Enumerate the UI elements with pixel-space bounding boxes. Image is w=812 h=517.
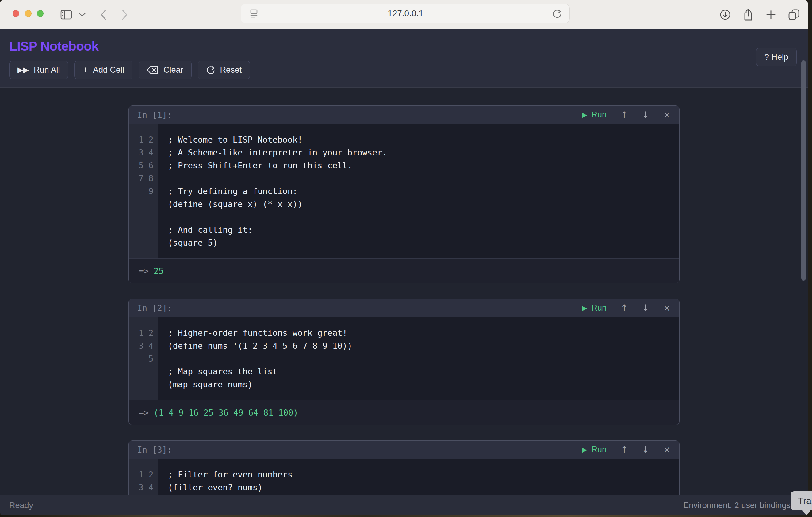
page-header: LISP Notebook ▶▶ Run All + Add Cell xyxy=(0,29,808,88)
clear-backspace-icon xyxy=(147,66,158,74)
move-cell-up-button[interactable]: ↑ xyxy=(621,303,628,313)
cell-label: In [1]: xyxy=(137,110,172,120)
new-tab-icon[interactable] xyxy=(764,0,778,29)
cell-output: => 25 xyxy=(129,258,679,283)
code-line: ; Higher-order functions work great! xyxy=(168,326,671,340)
toolbar-divider xyxy=(76,8,76,21)
add-cell-button[interactable]: + Add Cell xyxy=(74,61,133,79)
code-line: (filter even? nums) xyxy=(168,481,671,494)
code-line: ; Press Shift+Enter to run this cell. xyxy=(168,159,671,172)
tab-overview-icon[interactable] xyxy=(787,0,801,29)
play-icon: ▶ xyxy=(582,446,587,454)
run-label: Run xyxy=(591,445,607,455)
move-cell-down-button[interactable]: ↓ xyxy=(642,110,649,120)
code-line: (map square nums) xyxy=(168,378,671,391)
sidebar-toggle-icon[interactable] xyxy=(60,0,73,29)
code-line: ; And calling it: xyxy=(168,224,671,236)
cell-controls: ▶ Run ↑ ↓ × xyxy=(582,303,671,313)
cell-header: In [3]: ▶ Run ↑ ↓ × xyxy=(129,441,679,459)
help-label: ? Help xyxy=(764,52,788,62)
code-line: (define (square x) (* x x)) xyxy=(168,198,671,211)
clear-button[interactable]: Clear xyxy=(139,61,192,79)
cell-header: In [2]: ▶ Run ↑ ↓ × xyxy=(129,299,679,317)
code-editor[interactable]: ; Welcome to LISP Notebook!; A Scheme-li… xyxy=(158,124,679,258)
run-cell-button[interactable]: ▶ Run xyxy=(582,445,607,455)
add-cell-label: Add Cell xyxy=(93,65,124,75)
notebook-page: LISP Notebook ▶▶ Run All + Add Cell xyxy=(0,29,808,516)
status-ready: Ready xyxy=(9,501,33,510)
cell-label: In [2]: xyxy=(137,303,172,313)
line-numbers: 1 2 3 4 5 xyxy=(136,326,154,391)
chevron-down-icon[interactable] xyxy=(78,0,87,29)
cell-body: 1 2 3 4 5 6 7 8 9 ; Welcome to LISP Note… xyxy=(129,124,679,258)
notebook-toolbar: ▶▶ Run All + Add Cell xyxy=(9,61,799,79)
run-cell-button[interactable]: ▶ Run xyxy=(582,110,607,120)
forward-icon[interactable] xyxy=(118,0,130,29)
output-value: 25 xyxy=(154,266,164,276)
code-editor[interactable]: ; Higher-order functions work great!(def… xyxy=(158,317,679,400)
run-label: Run xyxy=(591,303,607,313)
close-window-button[interactable] xyxy=(12,10,19,17)
zoom-window-button[interactable] xyxy=(37,10,44,17)
code-line xyxy=(168,211,671,224)
run-label: Run xyxy=(591,110,607,120)
scrollbar-thumb[interactable] xyxy=(801,60,806,281)
move-cell-up-button[interactable]: ↑ xyxy=(621,444,628,455)
code-line: ; Try defining a function: xyxy=(168,185,671,198)
status-environment: Environment: 2 user bindings xyxy=(683,501,790,510)
reset-label: Reset xyxy=(220,65,242,75)
code-line: ; Filter for even numbers xyxy=(168,468,671,481)
clear-label: Clear xyxy=(164,65,183,75)
move-cell-down-button[interactable]: ↓ xyxy=(642,444,649,455)
dock-tooltip: Trash xyxy=(790,491,812,510)
code-line: ; Map squares the list xyxy=(168,365,671,378)
run-all-label: Run All xyxy=(34,65,60,75)
run-all-button[interactable]: ▶▶ Run All xyxy=(9,61,68,79)
reset-button[interactable]: Reset xyxy=(198,61,250,79)
line-numbers: 1 2 3 4 xyxy=(136,468,154,494)
cell-list: In [1]: ▶ Run ↑ ↓ × 1 2 3 4 5 6 7 8 9 ; … xyxy=(128,88,679,504)
cell-label: In [3]: xyxy=(137,445,172,455)
notebook-cell: In [3]: ▶ Run ↑ ↓ × 1 2 3 4 ; Filter for… xyxy=(128,440,679,504)
output-prefix: => xyxy=(139,408,149,417)
cell-body: 1 2 3 4 5 ; Higher-order functions work … xyxy=(129,317,679,400)
line-number-gutter: 1 2 3 4 5 6 7 8 9 xyxy=(129,124,158,258)
code-line xyxy=(168,172,671,185)
reload-icon[interactable] xyxy=(552,8,562,19)
move-cell-up-button[interactable]: ↑ xyxy=(621,110,628,120)
code-line: (define nums '(1 2 3 4 5 6 7 8 9 10)) xyxy=(168,340,671,352)
share-icon[interactable] xyxy=(742,0,755,29)
cell-controls: ▶ Run ↑ ↓ × xyxy=(582,110,671,120)
cell-output: => (1 4 9 16 25 36 49 64 81 100) xyxy=(129,400,679,425)
code-line xyxy=(168,352,671,365)
screen: 127.0.0.1 xyxy=(0,0,812,517)
cell-header: In [1]: ▶ Run ↑ ↓ × xyxy=(129,106,679,124)
back-icon[interactable] xyxy=(97,0,110,29)
delete-cell-button[interactable]: × xyxy=(663,303,670,313)
line-number-gutter: 1 2 3 4 5 xyxy=(129,317,158,400)
code-line: (square 5) xyxy=(168,236,671,249)
desktop-wallpaper-sliver xyxy=(0,515,812,517)
notebook-cell: In [1]: ▶ Run ↑ ↓ × 1 2 3 4 5 6 7 8 9 ; … xyxy=(128,106,679,283)
move-cell-down-button[interactable]: ↓ xyxy=(642,303,649,313)
play-icon: ▶ xyxy=(582,111,587,119)
browser-window: 127.0.0.1 xyxy=(0,0,808,516)
code-line: ; Welcome to LISP Notebook! xyxy=(168,134,671,146)
reset-icon xyxy=(206,65,215,75)
help-button[interactable]: ? Help xyxy=(756,48,797,66)
cell-controls: ▶ Run ↑ ↓ × xyxy=(582,444,671,455)
plus-icon: + xyxy=(83,65,88,75)
delete-cell-button[interactable]: × xyxy=(663,444,670,455)
run-cell-button[interactable]: ▶ Run xyxy=(582,303,607,313)
line-numbers: 1 2 3 4 5 6 7 8 9 xyxy=(136,134,154,249)
play-icon: ▶ xyxy=(582,304,587,312)
output-prefix: => xyxy=(139,266,149,276)
minimize-window-button[interactable] xyxy=(25,10,32,17)
code-line: ; A Scheme-like interpreter in your brow… xyxy=(168,146,671,159)
url-text[interactable]: 127.0.0.1 xyxy=(259,8,552,19)
address-bar[interactable]: 127.0.0.1 xyxy=(241,4,570,23)
delete-cell-button[interactable]: × xyxy=(663,110,670,120)
downloads-icon[interactable] xyxy=(719,0,732,29)
page-format-icon[interactable] xyxy=(250,9,259,18)
notebook-cell: In [2]: ▶ Run ↑ ↓ × 1 2 3 4 5 ; Higher-o… xyxy=(128,299,679,425)
